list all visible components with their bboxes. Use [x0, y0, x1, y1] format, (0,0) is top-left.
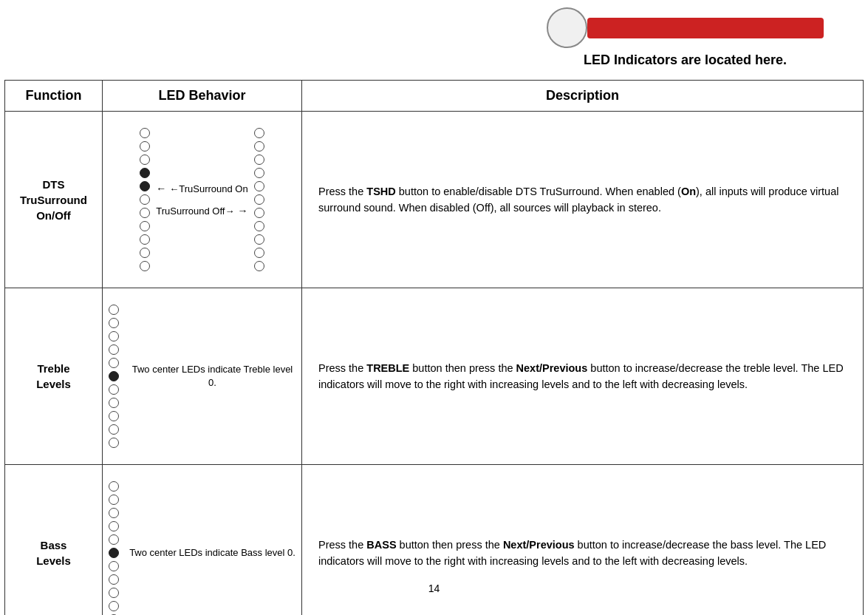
- page-number: 14: [0, 582, 868, 594]
- arrow-left-icon: [156, 183, 166, 194]
- led-dot: [109, 331, 119, 342]
- led-dot: [109, 424, 119, 435]
- arrow-right-icon: [237, 205, 247, 217]
- led-dot: [254, 194, 264, 205]
- led-dot: [109, 548, 119, 558]
- top-indicator-section: LED Indicators are located here.: [547, 7, 824, 68]
- treble-center-label: Two center LEDs indicate Treble level 0.: [129, 363, 295, 390]
- led-dot: [140, 141, 150, 152]
- led-dot: [140, 128, 150, 138]
- desc-text-bass: Press the BASS button then press the Nex…: [318, 537, 847, 570]
- table-row: TrebleLevels: [5, 288, 864, 465]
- led-label-on: ←TruSurround On: [156, 183, 247, 194]
- led-dot: [109, 438, 119, 448]
- led-dot: [254, 261, 264, 271]
- col-header-function: Function: [5, 81, 103, 112]
- table-row: DTSTruSurroundOn/Off: [5, 112, 864, 288]
- led-dot: [254, 154, 264, 165]
- led-strip-treble: [109, 305, 119, 448]
- main-table: Function LED Behavior Description DTSTru…: [4, 80, 864, 615]
- function-cell-treble: TrebleLevels: [5, 288, 103, 465]
- led-dot: [254, 141, 264, 152]
- led-dot: [140, 181, 150, 191]
- led-dot: [254, 208, 264, 218]
- desc-text-treble: Press the TREBLE button then press the N…: [318, 360, 847, 393]
- led-strip-bass: [109, 481, 119, 615]
- led-dot: [109, 534, 119, 545]
- led-dot: [109, 411, 119, 421]
- treble-led-wrapper: Two center LEDs indicate Treble level 0.: [109, 294, 295, 458]
- indicator-bar: [587, 18, 824, 38]
- led-dot: [109, 344, 119, 355]
- led-dot: [254, 128, 264, 138]
- indicator-label: LED Indicators are located here.: [584, 52, 787, 68]
- desc-cell-dts: Press the TSHD button to enable/disable …: [302, 112, 864, 288]
- led-dot: [109, 561, 119, 571]
- led-dot: [140, 154, 150, 165]
- led-dot: [109, 358, 119, 368]
- desc-text-dts: Press the TSHD button to enable/disable …: [318, 183, 847, 217]
- led-dot: [109, 521, 119, 531]
- led-dot: [254, 181, 264, 191]
- led-dot: [254, 248, 264, 258]
- bass-center-label: Two center LEDs indicate Bass level 0.: [129, 546, 295, 560]
- led-dot: [140, 168, 150, 178]
- led-dot: [109, 384, 119, 395]
- dts-led-wrapper: ←TruSurround On TruSurround Off→: [109, 118, 295, 282]
- trusurround-on-label: ←TruSurround On: [169, 183, 247, 194]
- led-strip-left: [140, 128, 150, 271]
- led-dot: [109, 305, 119, 315]
- desc-cell-treble: Press the TREBLE button then press the N…: [302, 288, 864, 465]
- led-dot: [109, 481, 119, 492]
- col-header-description: Description: [302, 81, 864, 112]
- led-dot: [109, 318, 119, 328]
- function-label-bass: BassLevels: [11, 537, 96, 568]
- led-strip-right: [254, 128, 264, 271]
- led-dot: [109, 371, 119, 381]
- led-dot: [140, 248, 150, 258]
- dts-led-labels: ←TruSurround On TruSurround Off→: [156, 183, 247, 217]
- led-dot: [109, 495, 119, 505]
- led-dot: [254, 234, 264, 245]
- trusurround-off-label: TruSurround Off→: [156, 205, 234, 217]
- function-cell-dts: DTSTruSurroundOn/Off: [5, 112, 103, 288]
- indicator-circle: [547, 7, 587, 48]
- led-cell-dts: ←TruSurround On TruSurround Off→: [103, 112, 302, 288]
- led-dot: [254, 168, 264, 178]
- led-dot: [140, 221, 150, 231]
- led-dot: [109, 508, 119, 518]
- led-dot: [140, 208, 150, 218]
- led-dot: [254, 221, 264, 231]
- led-cell-treble: Two center LEDs indicate Treble level 0.: [103, 288, 302, 465]
- led-dot: [109, 398, 119, 408]
- led-label-off: TruSurround Off→: [156, 205, 247, 217]
- led-dot: [140, 261, 150, 271]
- col-header-led: LED Behavior: [103, 81, 302, 112]
- led-dot: [140, 194, 150, 205]
- led-dot: [109, 601, 119, 611]
- function-label-dts: DTSTruSurroundOn/Off: [11, 177, 96, 223]
- led-dot: [140, 234, 150, 245]
- function-label-treble: TrebleLevels: [11, 361, 96, 392]
